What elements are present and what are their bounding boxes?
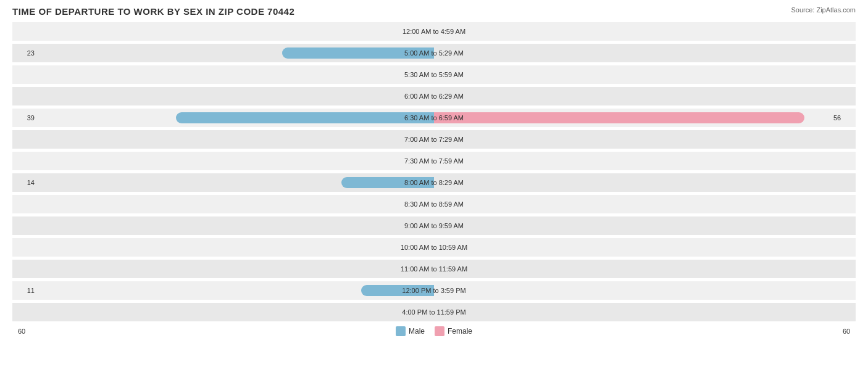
bottom-area: 60 Male Female 60 — [12, 326, 856, 336]
male-bar — [282, 47, 434, 59]
bar-area: 6:30 AM to 6:59 AM — [37, 109, 831, 127]
female-bar — [434, 112, 804, 123]
male-bar — [176, 112, 434, 123]
legend: Male Female — [396, 326, 472, 336]
bar-area: 4:00 PM to 11:59 PM — [37, 303, 831, 321]
row-time-label: 7:30 AM to 7:59 AM — [404, 157, 464, 165]
bar-area: 10:00 AM to 10:59 AM — [37, 238, 831, 257]
chart-row: 4:00 PM to 11:59 PM — [12, 303, 856, 321]
row-time-label: 8:30 AM to 8:59 AM — [404, 200, 464, 208]
female-legend-label: Female — [448, 327, 472, 336]
bar-area: 7:30 AM to 7:59 AM — [37, 152, 831, 170]
bar-area: 9:00 AM to 9:59 AM — [37, 216, 831, 235]
chart-row: 11:00 AM to 11:59 AM — [12, 260, 856, 278]
female-legend-box — [435, 326, 444, 336]
row-time-label: 5:30 AM to 5:59 AM — [404, 71, 464, 78]
male-bar — [341, 177, 434, 188]
male-legend-box — [396, 326, 406, 336]
row-time-label: 11:00 AM to 11:59 AM — [401, 265, 467, 273]
left-val: 14 — [12, 179, 37, 186]
legend-item-female: Female — [435, 326, 472, 336]
bar-area: 8:00 AM to 8:29 AM — [37, 173, 831, 192]
bar-area: 5:30 AM to 5:59 AM — [37, 65, 831, 84]
male-legend-label: Male — [409, 327, 425, 336]
male-bar — [361, 285, 434, 296]
row-time-label: 10:00 AM to 10:59 AM — [401, 244, 467, 251]
legend-item-male: Male — [396, 326, 425, 336]
row-time-label: 4:00 PM to 11:59 PM — [402, 308, 465, 316]
chart-row: 10:00 AM to 10:59 AM — [12, 238, 856, 257]
chart-area: 12:00 AM to 4:59 AM235:00 AM to 5:29 AM5… — [12, 20, 856, 323]
bar-area: 7:00 AM to 7:29 AM — [37, 130, 831, 149]
source-text: Source: ZipAtlas.com — [791, 6, 856, 14]
bar-area: 12:00 AM to 4:59 AM — [37, 22, 831, 41]
chart-row: 8:30 AM to 8:59 AM — [12, 195, 856, 213]
chart-title: TIME OF DEPARTURE TO WORK BY SEX IN ZIP … — [12, 6, 856, 17]
left-val: 39 — [12, 114, 37, 122]
chart-row: 235:00 AM to 5:29 AM — [12, 44, 856, 62]
chart-row: 12:00 AM to 4:59 AM — [12, 22, 856, 41]
right-val: 56 — [831, 114, 856, 122]
left-val: 23 — [12, 49, 37, 57]
chart-row: 9:00 AM to 9:59 AM — [12, 216, 856, 235]
row-time-label: 7:00 AM to 7:29 AM — [404, 136, 464, 143]
left-val: 11 — [12, 287, 37, 294]
bar-area: 12:00 PM to 3:59 PM — [37, 281, 831, 300]
bar-area: 6:00 AM to 6:29 AM — [37, 87, 831, 105]
axis-label-right: 60 — [837, 328, 856, 335]
row-time-label: 9:00 AM to 9:59 AM — [404, 222, 464, 229]
chart-row: 5:30 AM to 5:59 AM — [12, 65, 856, 84]
chart-row: 396:30 AM to 6:59 AM56 — [12, 109, 856, 127]
row-time-label: 6:00 AM to 6:29 AM — [404, 93, 464, 100]
bar-area: 8:30 AM to 8:59 AM — [37, 195, 831, 213]
bar-area: 5:00 AM to 5:29 AM — [37, 44, 831, 62]
row-time-label: 12:00 AM to 4:59 AM — [403, 28, 465, 35]
chart-row: 1112:00 PM to 3:59 PM — [12, 281, 856, 300]
bar-area: 11:00 AM to 11:59 AM — [37, 260, 831, 278]
chart-row: 7:30 AM to 7:59 AM — [12, 152, 856, 170]
chart-row: 148:00 AM to 8:29 AM — [12, 173, 856, 192]
chart-container: TIME OF DEPARTURE TO WORK BY SEX IN ZIP … — [0, 0, 868, 367]
axis-label-left: 60 — [12, 328, 31, 335]
chart-row: 6:00 AM to 6:29 AM — [12, 87, 856, 105]
chart-row: 7:00 AM to 7:29 AM — [12, 130, 856, 149]
